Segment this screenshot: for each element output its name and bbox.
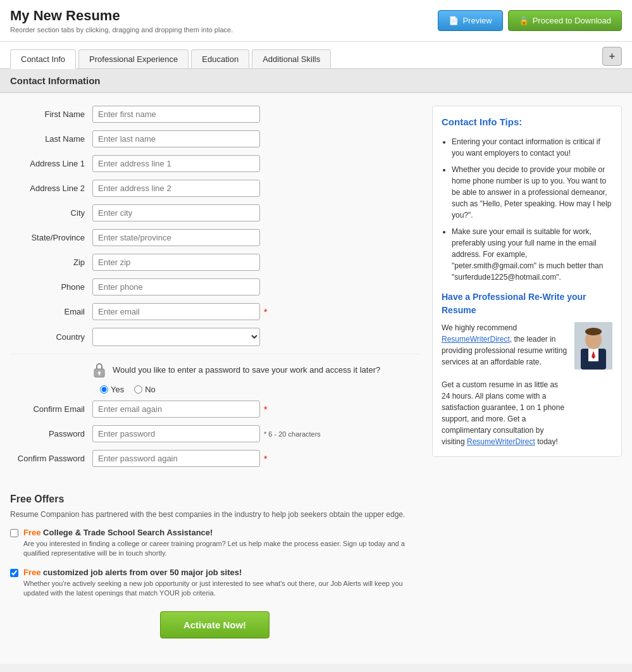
password-label: Password	[10, 429, 92, 439]
state-input[interactable]	[92, 229, 260, 246]
activate-row: Activate Now!	[10, 611, 419, 651]
preview-button[interactable]: 📄 Preview	[438, 10, 502, 31]
radio-no-label[interactable]: No	[134, 385, 156, 394]
sidebar-pro-text: We highly recommend ResumeWriterDirect, …	[442, 322, 568, 447]
password-radio-group: Yes No	[10, 385, 419, 394]
address1-input[interactable]	[92, 155, 260, 172]
confirm-password-row: Confirm Password *	[10, 450, 419, 467]
sidebar-tip-3: Make sure your email is suitable for wor…	[452, 226, 612, 283]
tab-education[interactable]: Education	[191, 49, 249, 68]
offer-item-2: Free customized job alerts from over 50 …	[10, 568, 419, 599]
confirm-password-input[interactable]	[92, 450, 260, 467]
offer-2-checkbox[interactable]	[10, 569, 18, 577]
phone-input[interactable]	[92, 278, 260, 296]
preview-label: Preview	[462, 16, 492, 25]
offer-1-title: Free College & Trade School Search Assis…	[23, 528, 419, 537]
state-row: State/Province	[10, 229, 419, 246]
tab-additional-skills[interactable]: Additional Skills	[252, 49, 331, 68]
main-content: First Name Last Name Address Line 1 Addr…	[0, 93, 632, 664]
offer-2-title-main: customized job alerts from over 50 major…	[40, 568, 242, 577]
page-subtitle: Reorder section tabs by clicking, draggi…	[10, 26, 233, 34]
first-name-input[interactable]	[92, 106, 260, 123]
offer-1-desc: Are you interested in finding a college …	[23, 539, 419, 559]
sidebar-box: Contact Info Tips: Entering your contact…	[432, 106, 622, 457]
form-area: First Name Last Name Address Line 1 Addr…	[10, 106, 432, 651]
confirm-password-label: Confirm Password	[10, 454, 92, 463]
free-offers-title: Free Offers	[10, 494, 419, 505]
download-icon: 🔒	[519, 16, 529, 25]
zip-input[interactable]	[92, 254, 260, 271]
first-name-row: First Name	[10, 106, 419, 123]
activate-button[interactable]: Activate Now!	[160, 611, 270, 638]
email-input[interactable]	[92, 303, 260, 320]
last-name-label: Last Name	[10, 134, 92, 144]
confirm-email-input[interactable]	[92, 401, 260, 418]
sidebar-pro-link1[interactable]: ResumeWriterDirect	[442, 335, 510, 344]
state-label: State/Province	[10, 233, 92, 242]
first-name-label: First Name	[10, 109, 92, 119]
zip-label: Zip	[10, 258, 92, 267]
add-tab-button[interactable]: +	[602, 47, 622, 66]
confirm-password-required: *	[264, 454, 267, 464]
email-required-star: *	[264, 307, 267, 317]
offer-1-title-main: College & Trade School Search Assistance…	[40, 528, 213, 537]
address2-input[interactable]	[92, 180, 260, 197]
sidebar-tip-1: Entering your contact information is cri…	[452, 136, 612, 159]
email-row: Email *	[10, 303, 419, 320]
sidebar: Contact Info Tips: Entering your contact…	[432, 106, 622, 651]
radio-no[interactable]	[134, 385, 142, 394]
tab-contact-info[interactable]: Contact Info	[10, 49, 76, 69]
sidebar-tips-title: Contact Info Tips:	[442, 115, 612, 130]
city-input[interactable]	[92, 204, 260, 221]
password-hint: * 6 - 20 characters	[264, 430, 321, 438]
offer-2-free-text: Free	[23, 568, 40, 577]
pro-avatar	[574, 322, 612, 370]
tab-professional-experience[interactable]: Professional Experience	[78, 49, 189, 68]
svg-rect-2	[99, 373, 100, 375]
offer-item-1: Free College & Trade School Search Assis…	[10, 528, 419, 559]
download-label: Proceed to Download	[533, 16, 611, 25]
offer-1-free-text: Free	[23, 528, 40, 537]
password-question-text: Would you like to enter a password to sa…	[113, 365, 380, 375]
sidebar-pro-title: Have a Professional Re-Write your Resume	[442, 290, 612, 317]
country-row: Country United States Canada United King…	[10, 328, 419, 346]
sidebar-pro-text1: We highly recommend	[442, 323, 517, 332]
address2-label: Address Line 2	[10, 184, 92, 193]
city-label: City	[10, 208, 92, 218]
email-label: Email	[10, 307, 92, 316]
last-name-input[interactable]	[92, 130, 260, 147]
offer-2-content: Free customized job alerts from over 50 …	[23, 568, 419, 599]
header-title-block: My New Resume Reorder section tabs by cl…	[10, 8, 233, 34]
tabs-bar: Contact Info Professional Experience Edu…	[0, 42, 632, 69]
address1-row: Address Line 1	[10, 155, 419, 172]
zip-row: Zip	[10, 254, 419, 271]
password-question-row: Would you like to enter a password to sa…	[10, 361, 419, 378]
sidebar-tip-2: Whether you decide to provide your mobil…	[452, 164, 612, 221]
download-button[interactable]: 🔒 Proceed to Download	[508, 10, 622, 31]
free-offers-section: Free Offers Resume Companion has partner…	[10, 494, 419, 651]
password-row: Password * 6 - 20 characters	[10, 425, 419, 442]
sidebar-pro-section: We highly recommend ResumeWriterDirect, …	[442, 322, 612, 447]
confirm-email-label: Confirm Email	[10, 404, 92, 414]
sidebar-pro-text3: Get a custom resume in as little as 24 h…	[442, 380, 564, 446]
lock-icon	[92, 361, 106, 378]
offer-1-checkbox[interactable]	[10, 529, 18, 537]
radio-yes-label[interactable]: Yes	[100, 385, 124, 394]
password-section: Would you like to enter a password to sa…	[10, 354, 419, 481]
sidebar-pro-link2[interactable]: ResumeWriterDirect	[467, 437, 535, 446]
phone-label: Phone	[10, 282, 92, 292]
phone-row: Phone	[10, 278, 419, 296]
section-heading: Contact Information	[0, 69, 632, 93]
address2-row: Address Line 2	[10, 180, 419, 197]
radio-yes[interactable]	[100, 385, 108, 394]
svg-point-8	[585, 328, 602, 335]
confirm-email-required: *	[264, 404, 267, 414]
preview-icon: 📄	[449, 16, 459, 25]
sidebar-pro-text4: today!	[535, 437, 558, 446]
password-input[interactable]	[92, 425, 260, 442]
country-select[interactable]: United States Canada United Kingdom	[92, 328, 260, 346]
offer-2-desc: Whether you're actively seeking a new jo…	[23, 579, 419, 599]
confirm-email-row: Confirm Email *	[10, 401, 419, 418]
header-buttons: 📄 Preview 🔒 Proceed to Download	[438, 10, 622, 31]
city-row: City	[10, 204, 419, 221]
